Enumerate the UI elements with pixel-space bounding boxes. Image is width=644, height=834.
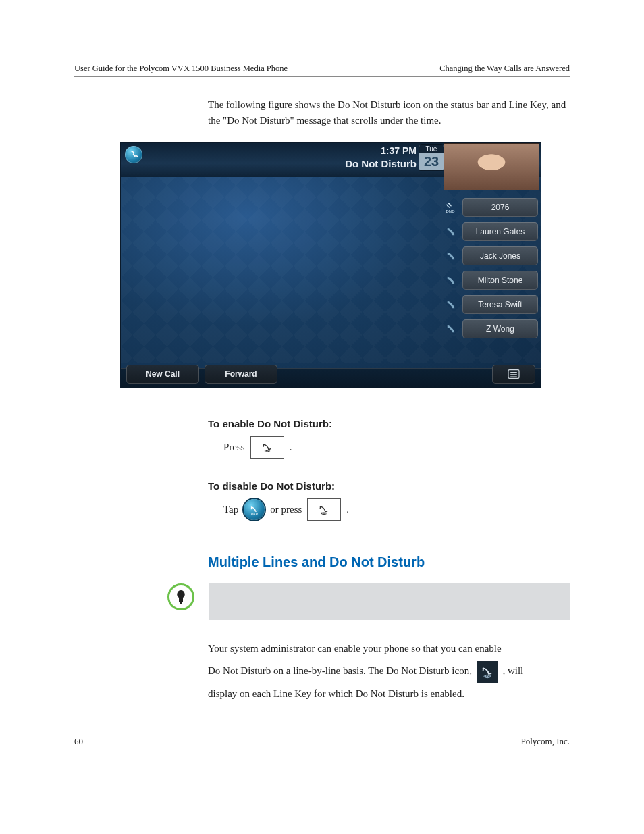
softkey-forward[interactable]: Forward [205, 365, 277, 384]
intro-paragraph: The following figure shows the Do Not Di… [208, 97, 570, 128]
dnd-icon[interactable] [125, 146, 142, 163]
clock: 1:37 PM [381, 145, 417, 156]
calendar-badge[interactable]: Tue 23 [419, 145, 444, 170]
contact-label: Teresa Swift [462, 295, 538, 314]
softkey-menu[interactable] [492, 365, 535, 384]
softkey-new-call[interactable]: New Call [126, 365, 199, 384]
svg-rect-11 [180, 602, 182, 604]
step-text: Press [223, 442, 245, 453]
handset-slash-icon: DND [249, 504, 260, 515]
handset-slash-icon [129, 150, 138, 159]
step-text: . [346, 504, 349, 515]
step-text: . [290, 442, 292, 453]
dnd-mini-icon: DND [444, 200, 458, 215]
handset-dnd-icon: DND [317, 503, 331, 517]
contact-label: Lauren Gates [462, 222, 538, 241]
handset-icon [444, 224, 458, 239]
header-right: Changing the Way Calls are Answered [439, 63, 570, 74]
svg-rect-10 [179, 600, 183, 602]
user-avatar-photo[interactable] [444, 143, 539, 190]
calendar-day-of-week: Tue [419, 145, 444, 153]
contact-label: Jack Jones [462, 246, 538, 265]
enable-step: Press DND . [223, 436, 570, 459]
disable-heading: To disable Do Not Disturb: [208, 480, 570, 492]
speed-dial-key[interactable]: Teresa Swift [444, 294, 538, 315]
header-left: User Guide for the Polycom VVX 1500 Busi… [74, 63, 288, 74]
para-text: , will [502, 665, 523, 676]
handset-dnd-icon: DND [260, 441, 275, 454]
disable-step: Tap DND or press DND . [223, 498, 570, 521]
svg-text:DND: DND [250, 511, 258, 515]
dnd-hard-key[interactable]: DND [307, 498, 341, 521]
line-key-extension[interactable]: DND 2076 [444, 197, 538, 217]
multiple-lines-paragraph: Your system administrator can enable you… [208, 637, 570, 705]
footer-org: Polycom, Inc. [520, 736, 570, 747]
para-text: Your system administrator can enable you… [208, 643, 502, 654]
page-number: 60 [74, 736, 83, 747]
step-text: Tap [223, 504, 238, 515]
contact-label: Z Wong [462, 319, 538, 338]
note-body [209, 583, 570, 620]
handset-icon [444, 249, 458, 263]
handset-icon [444, 273, 458, 288]
dnd-linekey-icon-inline: DND [477, 661, 498, 683]
status-message: Do Not Disturb [345, 158, 417, 170]
running-header: User Guide for the Polycom VVX 1500 Busi… [74, 63, 570, 77]
svg-text:DND: DND [446, 209, 456, 213]
speed-dial-key[interactable]: Milton Stone [444, 270, 538, 290]
handset-icon [444, 321, 458, 336]
svg-text:DND: DND [265, 449, 271, 452]
section-heading: Multiple Lines and Do Not Disturb [208, 554, 570, 570]
svg-text:DND: DND [322, 511, 328, 515]
list-icon [507, 369, 520, 380]
speed-dial-key[interactable]: Lauren Gates [444, 221, 538, 242]
contact-label: Milton Stone [462, 271, 538, 290]
handset-icon [444, 297, 458, 312]
speed-dial-key[interactable]: Jack Jones [444, 246, 538, 266]
para-text: display on each Line Key for which Do No… [208, 688, 464, 699]
phone-ui-screenshot: 1:37 PM Do Not Disturb Tue 23 DND 2076 L… [120, 142, 541, 388]
enable-heading: To enable Do Not Disturb: [208, 418, 570, 429]
speed-dial-key[interactable]: Z Wong [444, 319, 538, 339]
dnd-touchscreen-icon[interactable]: DND [244, 499, 265, 520]
dnd-hard-key[interactable]: DND [250, 436, 284, 459]
note-lightbulb-icon [167, 583, 194, 610]
step-text: or press [270, 504, 302, 515]
line-key-label: 2076 [462, 198, 538, 217]
para-text: Do Not Disturb on a line-by-line basis. … [208, 665, 472, 676]
line-key-column: DND 2076 Lauren Gates Jack Jones Milton … [444, 197, 538, 339]
page-footer: 60 Polycom, Inc. [74, 736, 570, 747]
svg-text:DND: DND [484, 674, 492, 678]
note-callout [167, 583, 570, 620]
calendar-day-number: 23 [419, 153, 444, 170]
